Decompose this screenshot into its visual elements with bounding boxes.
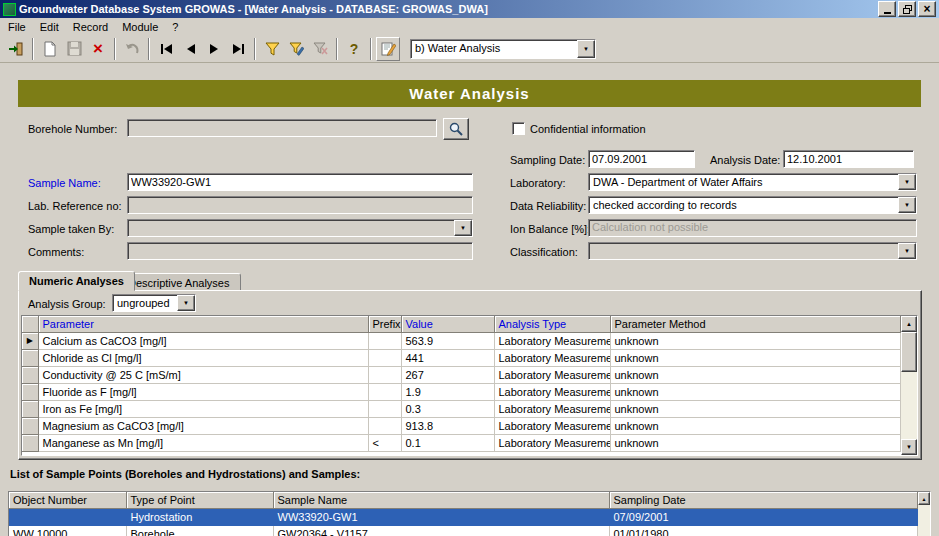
filter-button[interactable] [260, 37, 284, 61]
column-header-parameter[interactable]: Parameter [38, 316, 368, 333]
cell-parameter-method[interactable]: unknown [610, 435, 901, 452]
cell-prefix[interactable] [368, 350, 401, 367]
menu-file[interactable]: File [1, 19, 33, 35]
analysis-date-input[interactable] [783, 150, 914, 168]
scrollbar-thumb[interactable] [901, 332, 917, 372]
menu-module[interactable]: Module [115, 19, 165, 35]
new-record-button[interactable] [38, 37, 62, 61]
cell-prefix[interactable]: < [368, 435, 401, 452]
cell-value[interactable]: 1.9 [401, 384, 494, 401]
column-header-value[interactable]: Value [401, 316, 494, 333]
scroll-down-icon[interactable]: ▼ [901, 439, 917, 455]
cell-prefix[interactable] [368, 333, 401, 350]
cell-analysis-type[interactable]: Laboratory Measurement [494, 384, 610, 401]
column-header-sample-name[interactable]: Sample Name [273, 492, 609, 509]
menu-help[interactable]: ? [165, 19, 185, 35]
chevron-down-icon[interactable]: ▼ [898, 197, 916, 213]
sampling-date-input[interactable] [588, 150, 695, 168]
borehole-number-input[interactable] [127, 119, 437, 137]
analysis-row[interactable]: Fluoride as F [mg/l] 1.9 Laboratory Meas… [22, 384, 901, 401]
menu-record[interactable]: Record [66, 19, 115, 35]
cell-parameter[interactable]: Magnesium as CaCO3 [mg/l] [38, 418, 368, 435]
analysis-row[interactable]: ▶ Calcium as CaCO3 [mg/l] 563.9 Laborato… [22, 333, 901, 350]
column-header-parameter-method[interactable]: Parameter Method [610, 316, 901, 333]
cell-analysis-type[interactable]: Laboratory Measurement [494, 350, 610, 367]
cell-parameter-method[interactable]: unknown [610, 333, 901, 350]
analysis-row[interactable]: Chloride as Cl [mg/l] 441 Laboratory Mea… [22, 350, 901, 367]
cell-parameter[interactable]: Manganese as Mn [mg/l] [38, 435, 368, 452]
module-selector[interactable]: b) Water Analysis ▼ [410, 39, 596, 59]
cell-parameter[interactable]: Chloride as Cl [mg/l] [38, 350, 368, 367]
cell-value[interactable]: 913.8 [401, 418, 494, 435]
cell-prefix[interactable] [368, 418, 401, 435]
cell-analysis-type[interactable]: Laboratory Measurement [494, 333, 610, 350]
chevron-down-icon[interactable]: ▼ [898, 243, 916, 259]
next-record-button[interactable] [202, 37, 226, 61]
scroll-up-icon[interactable]: ▲ [901, 316, 917, 332]
delete-button[interactable]: × [86, 37, 110, 61]
sample-point-row[interactable]: WW 10000 Borehole GW20364 - V1157 01/01/… [9, 526, 918, 536]
analysis-row[interactable]: Iron as Fe [mg/l] 0.3 Laboratory Measure… [22, 401, 901, 418]
cell-object-number[interactable] [9, 509, 126, 526]
tab-numeric-analyses[interactable]: Numeric Analyses [18, 271, 135, 291]
chevron-down-icon[interactable]: ▼ [577, 40, 595, 58]
borehole-search-button[interactable] [443, 118, 469, 140]
cell-analysis-type[interactable]: Laboratory Measurement [494, 401, 610, 418]
cell-parameter-method[interactable]: unknown [610, 367, 901, 384]
cell-parameter-method[interactable]: unknown [610, 401, 901, 418]
laboratory-select[interactable]: DWA - Department of Water Affairs ▼ [588, 173, 917, 191]
undo-button[interactable] [120, 37, 144, 61]
cell-sample-name[interactable]: GW20364 - V1157 [273, 526, 609, 536]
column-header-object-number[interactable]: Object Number [9, 492, 126, 509]
analysis-group-select[interactable]: ungrouped ▼ [112, 294, 196, 312]
minimize-button[interactable] [878, 1, 896, 17]
cell-parameter[interactable]: Iron as Fe [mg/l] [38, 401, 368, 418]
filter-remove-button[interactable] [308, 37, 332, 61]
cell-object-number[interactable]: WW 10000 [9, 526, 126, 536]
analysis-row[interactable]: Magnesium as CaCO3 [mg/l] 913.8 Laborato… [22, 418, 901, 435]
cell-value[interactable]: 0.1 [401, 435, 494, 452]
cell-analysis-type[interactable]: Laboratory Measurement [494, 418, 610, 435]
help-button[interactable]: ? [342, 37, 366, 61]
confidential-checkbox[interactable] [512, 122, 525, 135]
cell-value[interactable]: 563.9 [401, 333, 494, 350]
tab-descriptive-analyses[interactable]: Descriptive Analyses [117, 273, 241, 291]
first-record-button[interactable] [154, 37, 178, 61]
sample-point-row-selected[interactable]: Hydrostation WW33920-GW1 07/09/2001 [9, 509, 918, 526]
column-header-prefix[interactable]: Prefix [368, 316, 401, 333]
last-record-button[interactable] [226, 37, 250, 61]
cell-sampling-date[interactable]: 01/01/1980 [609, 526, 918, 536]
chevron-down-icon[interactable]: ▼ [177, 295, 195, 311]
cell-parameter[interactable]: Fluoride as F [mg/l] [38, 384, 368, 401]
analysis-row[interactable]: Manganese as Mn [mg/l] < 0.1 Laboratory … [22, 435, 901, 452]
column-header-analysis-type[interactable]: Analysis Type [494, 316, 610, 333]
cell-value[interactable]: 0.3 [401, 401, 494, 418]
cell-sample-name[interactable]: WW33920-GW1 [273, 509, 609, 526]
scroll-up-icon[interactable]: ▲ [918, 492, 930, 505]
sample-points-scrollbar[interactable]: ▲ [918, 492, 930, 536]
sample-taken-by-select[interactable]: ▼ [127, 219, 473, 237]
cell-prefix[interactable] [368, 384, 401, 401]
previous-record-button[interactable] [178, 37, 202, 61]
menu-edit[interactable]: Edit [33, 19, 66, 35]
close-button[interactable]: × [918, 1, 936, 17]
analysis-row[interactable]: Conductivity @ 25 C [mS/m] 267 Laborator… [22, 367, 901, 384]
cell-analysis-type[interactable]: Laboratory Measurement [494, 367, 610, 384]
save-button[interactable] [62, 37, 86, 61]
exit-button[interactable] [4, 37, 28, 61]
column-header-type-of-point[interactable]: Type of Point [126, 492, 273, 509]
cell-prefix[interactable] [368, 401, 401, 418]
cell-sampling-date[interactable]: 07/09/2001 [609, 509, 918, 526]
title-bar[interactable]: Groundwater Database System GROWAS - [Wa… [0, 0, 939, 18]
filter-edit-button[interactable] [284, 37, 308, 61]
restore-button[interactable] [898, 1, 916, 17]
chevron-down-icon[interactable]: ▼ [898, 174, 916, 190]
cell-type-of-point[interactable]: Borehole [126, 526, 273, 536]
cell-value[interactable]: 267 [401, 367, 494, 384]
analyses-scrollbar[interactable]: ▲ ▼ [901, 316, 917, 455]
classification-select[interactable]: ▼ [588, 242, 917, 260]
cell-parameter-method[interactable]: unknown [610, 350, 901, 367]
cell-parameter[interactable]: Conductivity @ 25 C [mS/m] [38, 367, 368, 384]
comments-input[interactable] [127, 242, 473, 260]
sample-name-input[interactable] [127, 173, 473, 191]
